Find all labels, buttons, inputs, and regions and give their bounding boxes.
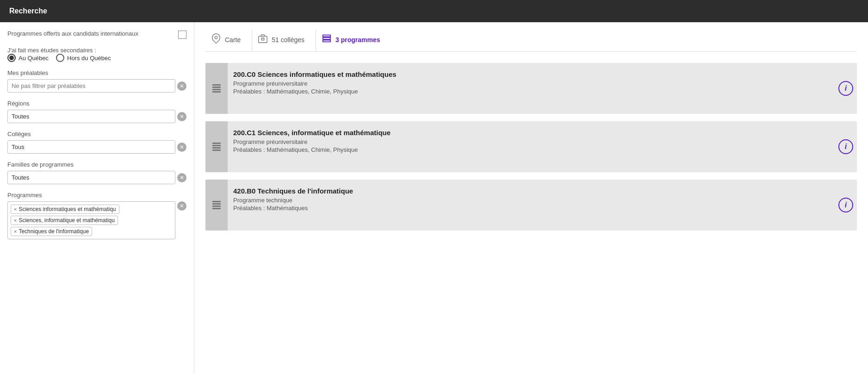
programmes-clear-button[interactable]: ✕ <box>177 201 186 211</box>
info-circle-0[interactable]: i <box>838 81 853 96</box>
card-body-2: 420.B0 Techniques de l'informatique Prog… <box>228 180 835 231</box>
colleges-label: Collèges <box>7 131 186 137</box>
svg-rect-6 <box>323 40 331 42</box>
building-icon <box>258 33 268 46</box>
international-checkbox[interactable] <box>178 31 186 39</box>
svg-rect-14 <box>212 150 221 151</box>
map-pin-icon <box>211 33 221 46</box>
nav-programmes-label: 3 programmes <box>335 36 380 44</box>
info-circle-2[interactable]: i <box>838 198 853 212</box>
card-type-2: Programme technique <box>233 197 829 204</box>
tag-3-label: Techniques de l'informatique <box>19 228 89 235</box>
program-card-1[interactable]: 200.C1 Sciences, informatique et mathéma… <box>205 121 857 172</box>
colleges-clear-button[interactable]: ✕ <box>177 143 186 152</box>
familles-clear-button[interactable]: ✕ <box>177 173 186 182</box>
regions-section: Régions ✕ <box>7 100 186 123</box>
document-icon <box>211 83 222 94</box>
page-title: Recherche <box>9 7 204 15</box>
tag-2-label: Sciences, informatique et mathématiqu <box>19 217 114 224</box>
svg-rect-16 <box>212 203 221 205</box>
regions-input-row: ✕ <box>7 110 186 123</box>
tag-3-remove[interactable]: × <box>14 229 17 234</box>
sidebar: Programmes offerts aux candidats interna… <box>0 22 194 374</box>
card-type-0: Programme préuniversitaire <box>233 80 829 87</box>
colleges-input-row: ✕ <box>7 140 186 154</box>
card-icon-strip-2 <box>205 180 228 231</box>
svg-rect-4 <box>323 35 331 37</box>
programmes-section: Programmes × Sciences informatiques et m… <box>7 192 186 239</box>
regions-label: Régions <box>7 100 186 107</box>
radio-label-hors-quebec: Hors du Québec <box>67 55 111 62</box>
familles-label: Familles de programmes <box>7 161 186 168</box>
card-body-0: 200.C0 Sciences informatiques et mathéma… <box>228 63 835 114</box>
svg-rect-7 <box>212 84 221 86</box>
svg-rect-8 <box>212 87 221 88</box>
nav-carte-label: Carte <box>225 36 241 44</box>
card-icon-strip-0 <box>205 63 228 114</box>
svg-rect-1 <box>259 36 267 43</box>
document-icon <box>211 141 222 152</box>
card-prealables-1: Préalables : Mathématiques, Chimie, Phys… <box>233 146 829 153</box>
card-type-1: Programme préuniversitaire <box>233 138 829 145</box>
svg-rect-17 <box>212 206 221 207</box>
regions-clear-button[interactable]: ✕ <box>177 112 186 121</box>
svg-rect-3 <box>261 38 264 40</box>
top-bar: Recherche <box>0 0 868 22</box>
svg-rect-15 <box>212 201 221 202</box>
svg-rect-10 <box>212 91 221 93</box>
prealables-clear-button[interactable]: ✕ <box>177 81 186 91</box>
card-info-btn-1[interactable]: i <box>835 121 857 172</box>
card-title-2: 420.B0 Techniques de l'informatique <box>233 187 829 195</box>
studies-label: J'ai fait mes études secondaires : <box>7 47 96 54</box>
card-info-btn-2[interactable]: i <box>835 180 857 231</box>
tag-2[interactable]: × Sciences, informatique et mathématiqu <box>11 216 118 225</box>
program-cards-container: 200.C0 Sciences informatiques et mathéma… <box>205 63 857 231</box>
svg-rect-18 <box>212 208 221 209</box>
list-icon <box>322 33 332 46</box>
card-icon-strip-1 <box>205 121 228 172</box>
studies-section: J'ai fait mes études secondaires : Au Qu… <box>7 46 186 62</box>
main-content: Carte 51 collèges <box>194 22 868 374</box>
programmes-tags-row: × Sciences informatiques et mathématiqu … <box>7 201 186 239</box>
tag-1-remove[interactable]: × <box>14 206 17 212</box>
colleges-input[interactable] <box>7 140 175 154</box>
familles-input[interactable] <box>7 171 175 184</box>
svg-rect-13 <box>212 147 221 149</box>
prealables-input[interactable] <box>7 79 175 93</box>
tag-2-remove[interactable]: × <box>14 218 17 223</box>
nav-colleges[interactable]: 51 collèges <box>252 30 316 51</box>
svg-rect-5 <box>323 37 331 39</box>
regions-input[interactable] <box>7 110 175 123</box>
program-card-2[interactable]: 420.B0 Techniques de l'informatique Prog… <box>205 180 857 231</box>
svg-point-0 <box>215 36 217 39</box>
tag-3[interactable]: × Techniques de l'informatique <box>11 227 92 236</box>
card-body-1: 200.C1 Sciences, informatique et mathéma… <box>228 121 835 172</box>
prealables-section: Mes préalables ✕ <box>7 69 186 93</box>
international-label: Programmes offerts aux candidats interna… <box>7 30 174 38</box>
prealables-input-row: ✕ <box>7 79 186 93</box>
nav-carte[interactable]: Carte <box>205 30 252 51</box>
card-prealables-2: Préalables : Mathématiques <box>233 205 829 212</box>
card-info-btn-0[interactable]: i <box>835 63 857 114</box>
programmes-label: Programmes <box>7 192 186 199</box>
info-circle-1[interactable]: i <box>838 139 853 154</box>
program-card-0[interactable]: 200.C0 Sciences informatiques et mathéma… <box>205 63 857 114</box>
card-prealables-0: Préalables : Mathématiques, Chimie, Phys… <box>233 88 829 95</box>
svg-rect-9 <box>212 89 221 90</box>
nav-programmes[interactable]: 3 programmes <box>316 30 391 51</box>
radio-label-au-quebec: Au Québec <box>19 55 49 62</box>
familles-section: Familles de programmes ✕ <box>7 161 186 184</box>
radio-au-quebec[interactable]: Au Québec <box>7 54 49 62</box>
main-layout: Programmes offerts aux candidats interna… <box>0 22 868 374</box>
radio-group: Au Québec Hors du Québec <box>7 54 186 62</box>
radio-hors-quebec[interactable]: Hors du Québec <box>56 54 111 62</box>
nav-colleges-label: 51 collèges <box>272 36 304 44</box>
familles-input-row: ✕ <box>7 171 186 184</box>
svg-rect-11 <box>212 143 221 144</box>
tag-1[interactable]: × Sciences informatiques et mathématiqu <box>11 205 119 214</box>
programmes-tags-box: × Sciences informatiques et mathématiqu … <box>7 201 175 239</box>
radio-circle-hors-quebec[interactable] <box>56 54 64 62</box>
radio-circle-au-quebec[interactable] <box>7 54 16 62</box>
international-row: Programmes offerts aux candidats interna… <box>7 30 186 39</box>
card-title-1: 200.C1 Sciences, informatique et mathéma… <box>233 129 829 137</box>
